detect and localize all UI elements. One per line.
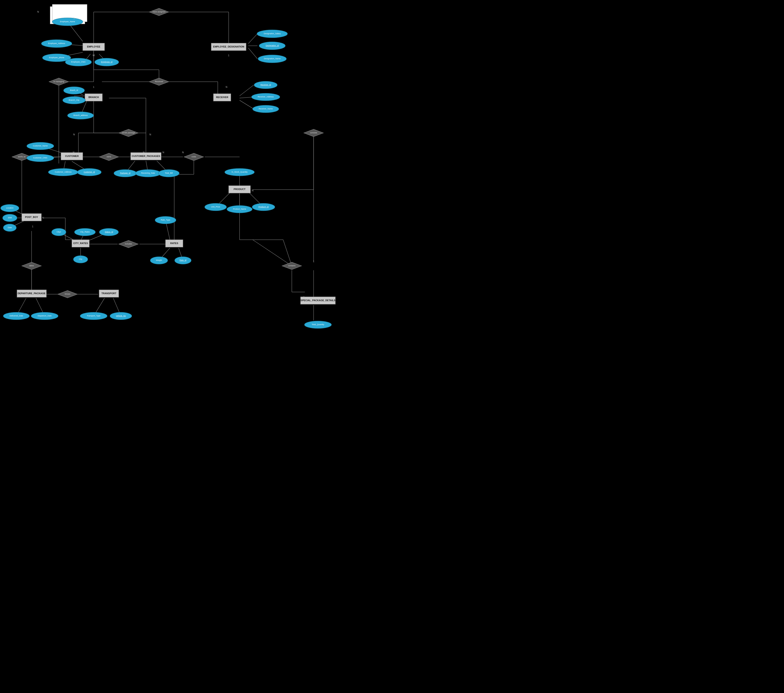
attr-package-id-label: Package_Id [120,172,130,174]
card-n-custpkg: N [143,151,145,153]
card-n-special: N [303,296,305,299]
rel-sends-package-label: sends package [122,132,135,134]
entity-receiver-label: RECEIVER [216,96,228,99]
card-m-employee: M [92,54,94,57]
attr-total-bill-label: Total_Bill [165,172,173,174]
entity-rates-label: RATES [170,242,178,244]
attr-city-rates-label: City_Rates [80,231,90,233]
card-1-branch: 1 [93,86,94,88]
rel-received-label: Received [155,81,163,82]
card-n-product: N [252,189,254,192]
attr-rate-id-label: Rate_Id [180,259,186,261]
attr-employee-name-label: Employee_Name [60,20,75,23]
attr-vehicle-no-label: Vehicle_No [116,315,126,317]
card-n-costs: N [182,151,184,153]
entity-branch-label: BRANCH [89,96,99,99]
rel-takes-label: takes [29,264,34,267]
rel-contains-label: contains [288,264,295,267]
attr-producrt-id-label: Producrt_Id [259,206,269,208]
rel-works-as-label: works as [18,155,26,158]
attr-total-quantity-label: Total_Quantity [311,323,324,325]
attr-branch-city-label: Branch_City [69,99,79,101]
card-1-consists: 1 [313,260,314,262]
attr-status-id-label: Status_Id [105,231,113,233]
card-1-emp-desig: 1 [228,54,229,57]
card-n-receiver: N [226,86,227,88]
entity-departure-package-label: DEPARTURE_PACKAGE [18,292,46,295]
rel-costs-label: costs [191,155,196,158]
attr-designation-salary-label: Designation_Salary [264,33,281,35]
attr-customer-name-label: Customer_Name [33,145,48,147]
attr-departure-date-label: Departure_Date [38,315,52,317]
rel-is-managing-label: is managing [54,81,64,82]
card-1-postboy: 1 [32,225,33,228]
entity-employee-label: EMPLOYEE [87,45,100,48]
rel-drives-label: Drives [65,293,70,295]
entity-special-package-details-label: SPECIAL_PACKAGE_DETAILS [301,299,335,302]
rel-owns-label: owns [107,155,111,158]
attr-weight-label: Weight [156,259,162,261]
attr-location-label: Location [6,207,13,209]
card-n-custpkg2: N [163,151,164,153]
attr-branh-id-label: Branh_Id [70,89,78,91]
attr-in-stock-quantity-label: In_Stock_Quantity [232,171,248,173]
attr-receiver-name-label: Receiver_Name [259,108,273,110]
entity-customer-packages-label: CUSTOMER_PACKAGES [132,155,160,157]
attr-branch-address-label: Branch_address [73,114,88,116]
attr-city-label: City [79,258,82,260]
rel-includes-label: includes [125,243,132,245]
attr-employee-phone-label: Employee_phone [49,56,64,59]
rel-have-assigned-label: have assigned [153,11,165,13]
attr-city2-label: City2 [57,231,61,233]
attr-transport-type-label: Transport_Type [87,315,100,317]
card-n-customer: N [73,151,74,153]
attr-product-name-label: Product_Name [233,208,246,210]
attr-rate-type-label: Rate_Type [161,219,170,221]
card-n-sends: N [73,133,75,136]
rel-consists-label: consists [310,132,317,134]
attr-designation-name-label: Designation_Name [264,58,281,60]
attr-receiver-id-label: Receiver_Id [260,84,271,86]
entity-customer-label: CUSTOMER [65,155,79,157]
attr-customer-cnic-label: Customer_CNIC [33,157,48,159]
attr-customer-address-label: Customer_Address [55,171,72,173]
attr-customer-id-label: Customer_Id [84,171,95,173]
attr-shift-label: Shift [8,217,12,219]
entity-product-label: PRODUCT [234,188,245,190]
card-n-sends2: N [149,133,151,136]
entity-transport-label: TRANSPORT [102,292,117,295]
attr-unit-price-label: Unit_Price [211,206,220,208]
entity-city-rates-label: CITY_RATES [73,242,88,244]
attr-employee-cnic-label: Employee_CNIC [71,61,86,63]
card-n-1: N [37,10,39,13]
attr-date-label: Date [8,226,12,229]
entity-employee-designation-label: EMPLOYEE_DESIGNATION [213,45,244,48]
attr-employee-id-label: Employee_Id [101,61,113,63]
attr-receiving-date-label: Receiving_Date [141,172,155,174]
entity-post-boy-label: POST_BOY [25,216,38,218]
card-n-postboy2: N [42,216,44,219]
attr-designation-id-label: Designation_Id [266,45,279,47]
attr-receiver-address-label: Receiver_Address [258,96,274,98]
attr-delivered-date-label: Delivered_Date [10,315,23,317]
attr-employee-address-label: Employee_Address [48,42,65,45]
card-1-1: 1 [73,17,75,20]
